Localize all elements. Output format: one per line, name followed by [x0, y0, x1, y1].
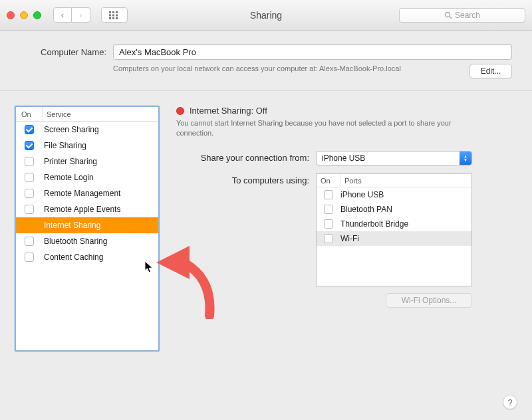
services-list[interactable]: On Service Screen SharingFile SharingPri… [15, 106, 160, 352]
port-label: Thunderbolt Bridge [340, 219, 408, 229]
service-checkbox[interactable] [25, 237, 34, 246]
to-computers-label: To computers using: [176, 173, 316, 185]
computer-name-input[interactable] [113, 44, 512, 60]
port-row[interactable]: Bluetooth PAN [317, 202, 471, 217]
port-label: Bluetooth PAN [340, 205, 392, 214]
service-checkbox[interactable] [25, 173, 34, 182]
search-placeholder: Search [455, 11, 480, 20]
show-all-button[interactable] [101, 7, 128, 23]
service-row[interactable]: File Sharing [16, 138, 158, 154]
service-row[interactable]: Bluetooth Sharing [16, 233, 158, 249]
svg-rect-7 [112, 17, 114, 19]
service-label: Remote Login [43, 173, 94, 182]
service-label: Printer Sharing [43, 157, 97, 166]
status-description: You cannot start Internet Sharing becaus… [176, 118, 482, 139]
service-label: Remote Apple Events [43, 205, 120, 214]
service-label: Content Caching [43, 253, 103, 262]
nav-buttons: ‹ › [53, 7, 90, 23]
computer-name-section: Computer Name: Computers on your local n… [0, 31, 532, 91]
share-from-value: iPhone USB [322, 154, 365, 163]
zoom-icon[interactable] [33, 11, 41, 19]
port-checkbox[interactable] [324, 205, 333, 214]
dropdown-arrows-icon: ▲▼ [460, 152, 471, 165]
service-row[interactable]: Printer Sharing [16, 154, 158, 169]
port-row[interactable]: iPhone USB [317, 187, 471, 202]
share-from-dropdown[interactable]: iPhone USB ▲▼ [316, 151, 472, 165]
services-header-service[interactable]: Service [43, 107, 158, 121]
svg-rect-1 [112, 11, 114, 13]
status-indicator-icon [176, 107, 184, 115]
service-checkbox[interactable] [25, 253, 34, 262]
service-row[interactable]: Remote Management [16, 185, 158, 201]
service-label: File Sharing [43, 141, 86, 150]
svg-rect-0 [109, 11, 111, 13]
service-row[interactable]: Internet Sharing [16, 217, 158, 233]
close-icon[interactable] [7, 11, 15, 19]
service-row[interactable]: Screen Sharing [16, 122, 158, 138]
wifi-options-button: Wi-Fi Options... [386, 293, 472, 308]
svg-rect-2 [116, 11, 118, 13]
forward-button[interactable]: › [72, 7, 90, 23]
back-button[interactable]: ‹ [53, 7, 72, 23]
edit-button[interactable]: Edit... [469, 64, 512, 78]
service-label: Internet Sharing [43, 221, 100, 230]
service-row[interactable]: Content Caching [16, 249, 158, 265]
main-panel: On Service Screen SharingFile SharingPri… [0, 91, 532, 366]
service-checkbox[interactable] [25, 221, 34, 230]
port-checkbox[interactable] [324, 219, 333, 229]
port-checkbox[interactable] [324, 190, 333, 199]
port-row[interactable]: Thunderbolt Bridge [317, 217, 471, 231]
service-checkbox[interactable] [25, 205, 34, 214]
help-button[interactable]: ? [503, 395, 517, 409]
grid-icon [109, 11, 120, 19]
svg-rect-3 [109, 14, 111, 16]
port-checkbox[interactable] [324, 234, 333, 243]
ports-list[interactable]: On Ports iPhone USBBluetooth PANThunderb… [316, 173, 472, 286]
ports-header-on[interactable]: On [317, 174, 340, 187]
port-label: Wi-Fi [340, 234, 359, 243]
service-row[interactable]: Remote Login [16, 169, 158, 185]
svg-rect-4 [112, 14, 114, 16]
computer-name-label: Computer Name: [20, 47, 106, 57]
service-checkbox[interactable] [25, 157, 34, 166]
minimize-icon[interactable] [20, 11, 28, 19]
service-checkbox[interactable] [25, 125, 34, 134]
service-checkbox[interactable] [25, 189, 34, 198]
svg-rect-6 [109, 17, 111, 19]
service-row[interactable]: Remote Apple Events [16, 201, 158, 217]
svg-line-10 [450, 17, 452, 19]
chevron-right-icon: › [79, 10, 82, 20]
port-label: iPhone USB [340, 190, 384, 199]
chevron-left-icon: ‹ [61, 10, 64, 20]
svg-rect-8 [116, 17, 118, 19]
svg-point-9 [445, 12, 450, 17]
search-input[interactable]: Search [399, 8, 525, 23]
service-label: Bluetooth Sharing [43, 237, 107, 246]
ports-header-ports[interactable]: Ports [340, 174, 471, 187]
port-row[interactable]: Wi-Fi [317, 231, 471, 246]
services-header-on[interactable]: On [16, 107, 43, 121]
svg-rect-5 [116, 14, 118, 16]
service-detail: Internet Sharing: Off You cannot start I… [176, 106, 517, 352]
service-checkbox[interactable] [25, 141, 34, 150]
service-label: Screen Sharing [43, 125, 99, 134]
computer-name-subtext: Computers on your local network can acce… [113, 64, 469, 74]
share-from-label: Share your connection from: [176, 151, 316, 163]
traffic-lights [7, 11, 41, 19]
service-label: Remote Management [43, 189, 120, 198]
help-icon: ? [507, 397, 512, 407]
window-titlebar: ‹ › Sharing Search [0, 0, 532, 31]
services-header: On Service [16, 107, 158, 122]
status-title: Internet Sharing: Off [190, 106, 267, 116]
search-icon [444, 11, 452, 19]
